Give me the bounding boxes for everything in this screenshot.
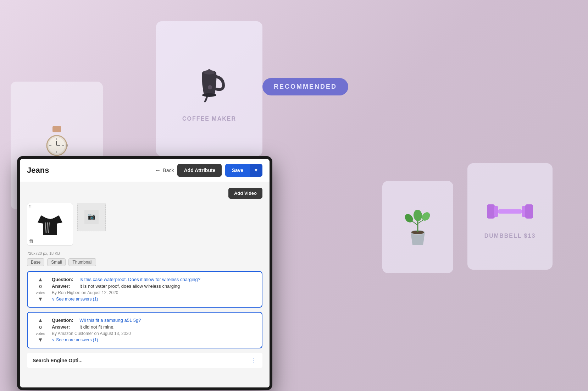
recommended-badge: RECOMMENDED	[262, 78, 348, 95]
qa-question-row-1: Question: Is this case waterproof. Does …	[52, 277, 256, 282]
images-row: ⠿ 🗑 📷	[27, 203, 262, 246]
save-button[interactable]: Save	[225, 164, 250, 177]
page-title: Jeans	[27, 166, 49, 175]
tag-base[interactable]: Base	[27, 258, 44, 266]
qa-question-row-2: Question: Wll this fit a samsung a51 5g?	[52, 318, 256, 323]
qa-card-1: ▲ 0 votes ▼ Question: Is this case water…	[27, 271, 262, 308]
qa-body-1: Question: Is this case waterproof. Does …	[52, 277, 256, 302]
qa-meta-2: By Amazon Customer on August 13, 2020	[52, 331, 256, 336]
screen-content: Add Video ⠿ 🗑	[20, 182, 270, 387]
see-more-answers-2[interactable]: ∨ See more answers (1)	[52, 337, 256, 342]
svg-point-13	[207, 69, 211, 73]
vote-label-1: votes	[36, 291, 45, 295]
image-info-text: 720x720 px, 18 KB	[27, 251, 262, 255]
answer-label-1: Answer:	[52, 283, 77, 289]
coffee-maker-icon	[188, 55, 231, 112]
svg-rect-10	[66, 144, 68, 147]
bg-card-coffee: COFFEE MAKER	[156, 21, 262, 156]
tag-thumbnail[interactable]: Thumbnail	[68, 258, 96, 266]
dumbbell-card-label: DUMBBELL $13	[484, 233, 536, 239]
qa-answer-row-1: Answer: It is not water proof, does allo…	[52, 283, 256, 289]
screen-header: Jeans ← Back Add Attribute Save ▼	[20, 159, 270, 182]
vote-count-1: 0	[39, 284, 41, 289]
delete-image-icon[interactable]: 🗑	[29, 238, 34, 244]
back-button[interactable]: ← Back	[155, 167, 174, 174]
qa-answer-row-2: Answer: It did not fit mine.	[52, 324, 256, 330]
answer-text-1: It is not water proof, does allow wirele…	[79, 283, 180, 289]
seo-section: Search Engine Opti... ⋮	[27, 353, 262, 368]
header-actions: ← Back Add Attribute Save ▼	[155, 164, 262, 177]
seo-expand-icon[interactable]: ⋮	[251, 357, 257, 364]
upvote-1-icon[interactable]: ▲	[38, 277, 43, 282]
product-image-card-2: 📷	[77, 203, 106, 231]
question-text-2[interactable]: Wll this fit a samsung a51 5g?	[79, 318, 141, 323]
second-image-thumb: 📷	[84, 210, 99, 224]
add-video-button[interactable]: Add Video	[228, 188, 262, 199]
save-button-group: Save ▼	[225, 164, 262, 177]
product-image-card-1: ⠿ 🗑	[27, 203, 73, 246]
coffee-card-label: COFFEE MAKER	[182, 116, 236, 122]
svg-rect-28	[525, 204, 533, 219]
downvote-2-icon[interactable]: ▼	[38, 337, 43, 343]
question-text-1[interactable]: Is this case waterproof. Does it allow f…	[79, 277, 200, 282]
recommended-text: RECOMMENDED	[274, 83, 337, 90]
svg-point-14	[208, 85, 212, 89]
device-screen: Jeans ← Back Add Attribute Save ▼ Add Vi…	[20, 159, 270, 387]
svg-rect-0	[52, 126, 61, 132]
plant-icon	[402, 208, 434, 247]
question-label-1: Question:	[52, 277, 77, 282]
upvote-2-icon[interactable]: ▲	[38, 318, 43, 323]
back-arrow-icon: ←	[155, 167, 161, 174]
vote-count-2: 0	[39, 325, 41, 330]
question-label-2: Question:	[52, 318, 77, 323]
drag-handle-icon: ⠿	[29, 205, 32, 210]
answer-label-2: Answer:	[52, 324, 77, 330]
add-video-row: Add Video	[27, 188, 262, 199]
dumbbell-icon	[485, 194, 535, 229]
image-info-row: 720x720 px, 18 KB Base Small Thumbnail	[27, 251, 262, 266]
bg-card-plant	[382, 181, 453, 273]
qa-body-2: Question: Wll this fit a samsung a51 5g?…	[52, 318, 256, 343]
downvote-1-icon[interactable]: ▼	[38, 296, 43, 302]
svg-point-15	[202, 93, 216, 97]
vote-label-2: votes	[36, 331, 45, 336]
add-attribute-button[interactable]: Add Attribute	[177, 164, 222, 177]
qa-meta-1: By Ron Higbee on August 12, 2020	[52, 290, 256, 295]
vote-col-1: ▲ 0 votes ▼	[33, 277, 48, 302]
seo-section-label: Search Engine Opti...	[33, 358, 83, 363]
device-frame: Jeans ← Back Add Attribute Save ▼ Add Vi…	[17, 156, 272, 390]
see-more-answers-1[interactable]: ∨ See more answers (1)	[52, 297, 256, 302]
tshirt-image	[36, 210, 64, 238]
svg-point-21	[413, 209, 423, 221]
svg-point-22	[403, 213, 415, 224]
image-tags: Base Small Thumbnail	[27, 258, 262, 266]
bg-card-dumbbell: DUMBBELL $13	[467, 163, 553, 270]
svg-rect-25	[494, 206, 498, 217]
back-label: Back	[163, 167, 174, 173]
save-dropdown-button[interactable]: ▼	[250, 164, 262, 177]
svg-text:📷: 📷	[88, 213, 96, 220]
svg-rect-24	[487, 204, 495, 219]
tag-small[interactable]: Small	[47, 258, 66, 266]
answer-text-2: It did not fit mine.	[79, 324, 115, 330]
svg-rect-26	[498, 209, 522, 214]
qa-card-2: ▲ 0 votes ▼ Question: Wll this fit a sam…	[27, 312, 262, 348]
vote-col-2: ▲ 0 votes ▼	[33, 318, 48, 343]
